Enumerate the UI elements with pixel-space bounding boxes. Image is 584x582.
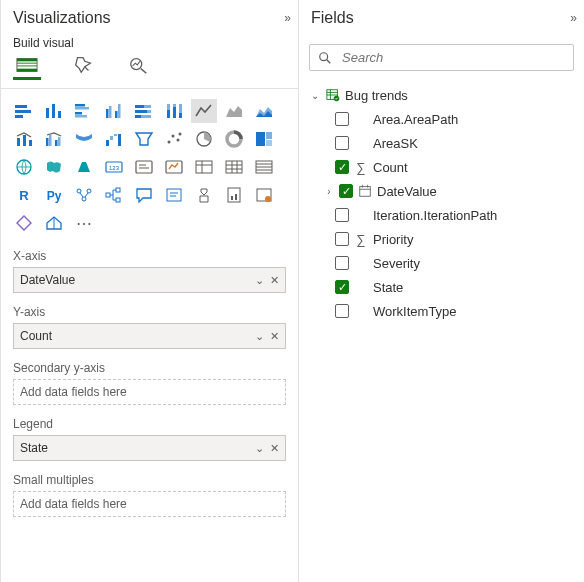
field-severity[interactable]: Severity [303, 251, 580, 275]
format-visual-tab[interactable] [69, 56, 97, 80]
xaxis-well[interactable]: DateValue ⌄ ✕ [13, 267, 286, 293]
field-areask[interactable]: AreaSK [303, 131, 580, 155]
viz-more[interactable]: ⋯ [71, 211, 97, 235]
viz-scatter[interactable] [161, 127, 187, 151]
field-area-areapath[interactable]: Area.AreaPath [303, 107, 580, 131]
svg-rect-13 [75, 107, 89, 110]
small-multiples-well[interactable]: Add data fields here [13, 491, 286, 517]
viz-power-apps[interactable] [251, 183, 277, 207]
viz-r-visual[interactable]: R [11, 183, 37, 207]
checkbox[interactable] [335, 304, 349, 318]
field-iteration-iterationpath[interactable]: Iteration.IterationPath [303, 203, 580, 227]
field-state[interactable]: ✓ State [303, 275, 580, 299]
viz-kpi[interactable] [191, 155, 217, 179]
viz-100-stacked-column[interactable] [161, 99, 187, 123]
svg-text:Py: Py [47, 189, 62, 203]
viz-clustered-column[interactable] [101, 99, 127, 123]
calendar-icon [357, 184, 373, 198]
xaxis-dropdown-icon[interactable]: ⌄ [255, 274, 264, 287]
svg-rect-50 [266, 132, 272, 139]
svg-rect-35 [46, 138, 49, 146]
svg-rect-84 [235, 194, 237, 200]
secondary-yaxis-well[interactable]: Add data fields here [13, 379, 286, 405]
field-count[interactable]: ✓ ∑ Count [303, 155, 580, 179]
svg-rect-14 [75, 112, 82, 115]
viz-pie[interactable] [191, 127, 217, 151]
viz-waterfall[interactable] [101, 127, 127, 151]
viz-filled-map[interactable] [41, 155, 67, 179]
field-workitemtype[interactable]: WorkItemType [303, 299, 580, 323]
secondary-yaxis-label: Secondary y-axis [13, 361, 286, 375]
expand-table-icon[interactable]: ⌄ [309, 90, 321, 101]
viz-matrix[interactable] [221, 155, 247, 179]
search-icon [318, 51, 332, 65]
xaxis-label: X-axis [13, 249, 286, 263]
checkbox[interactable] [335, 112, 349, 126]
svg-rect-76 [106, 193, 110, 197]
checkbox[interactable]: ✓ [335, 160, 349, 174]
analytics-tab[interactable] [125, 56, 153, 80]
yaxis-remove-icon[interactable]: ✕ [270, 330, 279, 343]
viz-100-stacked-bar[interactable] [131, 99, 157, 123]
viz-stacked-column[interactable] [41, 99, 67, 123]
checkbox[interactable]: ✓ [335, 280, 349, 294]
viz-line-clustered-column[interactable] [41, 127, 67, 151]
build-visual-tab[interactable] [13, 56, 41, 80]
viz-stacked-area[interactable] [251, 99, 277, 123]
viz-area-chart[interactable] [221, 99, 247, 123]
viz-arcgis[interactable] [41, 211, 67, 235]
yaxis-dropdown-icon[interactable]: ⌄ [255, 330, 264, 343]
viz-azure-map[interactable] [71, 155, 97, 179]
viz-card[interactable] [131, 155, 157, 179]
viz-qa[interactable] [131, 183, 157, 207]
viz-power-automate[interactable] [11, 211, 37, 235]
viz-line-stacked-column[interactable] [11, 127, 37, 151]
checkbox[interactable] [335, 256, 349, 270]
viz-treemap[interactable] [251, 127, 277, 151]
fields-search[interactable] [309, 44, 574, 71]
viz-line-chart[interactable] [191, 99, 217, 123]
viz-table[interactable] [251, 155, 277, 179]
field-datevalue[interactable]: › ✓ DateValue [303, 179, 580, 203]
collapse-fields-icon[interactable]: » [570, 11, 574, 25]
legend-dropdown-icon[interactable]: ⌄ [255, 442, 264, 455]
svg-rect-39 [106, 140, 109, 146]
viz-stacked-bar[interactable] [11, 99, 37, 123]
svg-rect-25 [135, 115, 141, 118]
viz-smart-narrative[interactable] [161, 183, 187, 207]
yaxis-label: Y-axis [13, 305, 286, 319]
viz-decomposition-tree[interactable] [101, 183, 127, 207]
visual-tabs [1, 54, 298, 89]
svg-rect-40 [110, 136, 113, 140]
checkbox[interactable] [335, 232, 349, 246]
table-bug-trends[interactable]: ⌄ Bug trends [303, 83, 580, 107]
svg-rect-34 [29, 140, 32, 146]
viz-paginated-report[interactable] [221, 183, 247, 207]
collapse-visualizations-icon[interactable]: » [284, 11, 288, 25]
viz-python-visual[interactable]: Py [41, 183, 67, 207]
viz-funnel[interactable] [131, 127, 157, 151]
svg-rect-21 [135, 105, 144, 108]
viz-multi-row-card[interactable] [161, 155, 187, 179]
viz-key-influencers[interactable] [71, 183, 97, 207]
viz-clustered-bar[interactable] [71, 99, 97, 123]
checkbox[interactable] [335, 208, 349, 222]
checkbox[interactable] [335, 136, 349, 150]
expand-datevalue-icon[interactable]: › [323, 186, 335, 197]
legend-remove-icon[interactable]: ✕ [270, 442, 279, 455]
xaxis-remove-icon[interactable]: ✕ [270, 274, 279, 287]
viz-map[interactable] [11, 155, 37, 179]
viz-ribbon[interactable] [71, 127, 97, 151]
field-priority[interactable]: ∑ Priority [303, 227, 580, 251]
yaxis-well[interactable]: Count ⌄ ✕ [13, 323, 286, 349]
legend-well[interactable]: State ⌄ ✕ [13, 435, 286, 461]
svg-rect-29 [173, 107, 176, 118]
viz-donut[interactable] [221, 127, 247, 151]
fields-search-input[interactable] [340, 49, 565, 66]
svg-rect-79 [167, 189, 181, 201]
viz-goals[interactable] [191, 183, 217, 207]
checkbox[interactable]: ✓ [339, 184, 353, 198]
svg-rect-59 [196, 161, 212, 173]
viz-gauge[interactable]: 123 [101, 155, 127, 179]
svg-point-86 [265, 196, 271, 202]
